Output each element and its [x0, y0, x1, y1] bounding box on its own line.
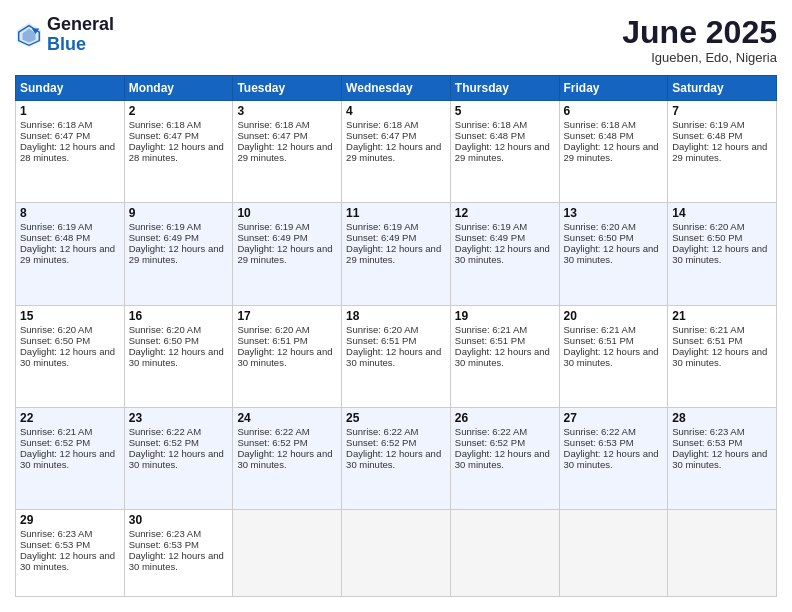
- sunrise-text: Sunrise: 6:20 AM: [129, 324, 229, 335]
- calendar-cell: 1Sunrise: 6:18 AMSunset: 6:47 PMDaylight…: [16, 101, 125, 203]
- col-tuesday: Tuesday: [233, 76, 342, 101]
- sunset-text: Sunset: 6:48 PM: [672, 130, 772, 141]
- calendar-cell: 10Sunrise: 6:19 AMSunset: 6:49 PMDayligh…: [233, 203, 342, 305]
- day-number: 8: [20, 206, 120, 220]
- sunrise-text: Sunrise: 6:22 AM: [129, 426, 229, 437]
- sunset-text: Sunset: 6:53 PM: [129, 539, 229, 550]
- day-number: 3: [237, 104, 337, 118]
- calendar-cell: [450, 509, 559, 596]
- day-number: 15: [20, 309, 120, 323]
- daylight-text: Daylight: 12 hours and 30 minutes.: [237, 346, 337, 368]
- sunset-text: Sunset: 6:49 PM: [455, 232, 555, 243]
- daylight-text: Daylight: 12 hours and 30 minutes.: [672, 243, 772, 265]
- sunset-text: Sunset: 6:52 PM: [237, 437, 337, 448]
- calendar-cell: 23Sunrise: 6:22 AMSunset: 6:52 PMDayligh…: [124, 407, 233, 509]
- day-number: 16: [129, 309, 229, 323]
- logo: General Blue: [15, 15, 114, 55]
- calendar-header-row: Sunday Monday Tuesday Wednesday Thursday…: [16, 76, 777, 101]
- sunset-text: Sunset: 6:49 PM: [129, 232, 229, 243]
- sunset-text: Sunset: 6:52 PM: [20, 437, 120, 448]
- calendar-cell: 13Sunrise: 6:20 AMSunset: 6:50 PMDayligh…: [559, 203, 668, 305]
- calendar-row: 29Sunrise: 6:23 AMSunset: 6:53 PMDayligh…: [16, 509, 777, 596]
- location: Igueben, Edo, Nigeria: [622, 50, 777, 65]
- calendar-cell: 30Sunrise: 6:23 AMSunset: 6:53 PMDayligh…: [124, 509, 233, 596]
- sunset-text: Sunset: 6:48 PM: [455, 130, 555, 141]
- daylight-text: Daylight: 12 hours and 30 minutes.: [20, 448, 120, 470]
- sunset-text: Sunset: 6:47 PM: [237, 130, 337, 141]
- daylight-text: Daylight: 12 hours and 30 minutes.: [346, 448, 446, 470]
- daylight-text: Daylight: 12 hours and 30 minutes.: [564, 243, 664, 265]
- logo-text: General Blue: [47, 15, 114, 55]
- sunset-text: Sunset: 6:47 PM: [20, 130, 120, 141]
- day-number: 26: [455, 411, 555, 425]
- calendar-cell: [342, 509, 451, 596]
- calendar-cell: 6Sunrise: 6:18 AMSunset: 6:48 PMDaylight…: [559, 101, 668, 203]
- calendar-cell: 16Sunrise: 6:20 AMSunset: 6:50 PMDayligh…: [124, 305, 233, 407]
- sunrise-text: Sunrise: 6:18 AM: [564, 119, 664, 130]
- day-number: 5: [455, 104, 555, 118]
- day-number: 17: [237, 309, 337, 323]
- day-number: 21: [672, 309, 772, 323]
- day-number: 29: [20, 513, 120, 527]
- calendar-cell: 25Sunrise: 6:22 AMSunset: 6:52 PMDayligh…: [342, 407, 451, 509]
- sunrise-text: Sunrise: 6:20 AM: [20, 324, 120, 335]
- daylight-text: Daylight: 12 hours and 29 minutes.: [237, 141, 337, 163]
- calendar-row: 15Sunrise: 6:20 AMSunset: 6:50 PMDayligh…: [16, 305, 777, 407]
- sunrise-text: Sunrise: 6:19 AM: [20, 221, 120, 232]
- calendar-cell: 24Sunrise: 6:22 AMSunset: 6:52 PMDayligh…: [233, 407, 342, 509]
- calendar-cell: 19Sunrise: 6:21 AMSunset: 6:51 PMDayligh…: [450, 305, 559, 407]
- day-number: 28: [672, 411, 772, 425]
- sunset-text: Sunset: 6:52 PM: [346, 437, 446, 448]
- daylight-text: Daylight: 12 hours and 29 minutes.: [455, 141, 555, 163]
- daylight-text: Daylight: 12 hours and 30 minutes.: [455, 243, 555, 265]
- calendar-cell: 12Sunrise: 6:19 AMSunset: 6:49 PMDayligh…: [450, 203, 559, 305]
- calendar-row: 22Sunrise: 6:21 AMSunset: 6:52 PMDayligh…: [16, 407, 777, 509]
- daylight-text: Daylight: 12 hours and 29 minutes.: [346, 243, 446, 265]
- calendar-cell: 2Sunrise: 6:18 AMSunset: 6:47 PMDaylight…: [124, 101, 233, 203]
- daylight-text: Daylight: 12 hours and 29 minutes.: [564, 141, 664, 163]
- logo-icon: [15, 21, 43, 49]
- calendar-cell: 3Sunrise: 6:18 AMSunset: 6:47 PMDaylight…: [233, 101, 342, 203]
- sunrise-text: Sunrise: 6:19 AM: [455, 221, 555, 232]
- sunrise-text: Sunrise: 6:19 AM: [237, 221, 337, 232]
- daylight-text: Daylight: 12 hours and 30 minutes.: [672, 448, 772, 470]
- col-sunday: Sunday: [16, 76, 125, 101]
- sunrise-text: Sunrise: 6:21 AM: [455, 324, 555, 335]
- daylight-text: Daylight: 12 hours and 30 minutes.: [564, 448, 664, 470]
- month-title: June 2025: [622, 15, 777, 50]
- sunrise-text: Sunrise: 6:20 AM: [672, 221, 772, 232]
- calendar-cell: 14Sunrise: 6:20 AMSunset: 6:50 PMDayligh…: [668, 203, 777, 305]
- daylight-text: Daylight: 12 hours and 30 minutes.: [20, 550, 120, 572]
- day-number: 13: [564, 206, 664, 220]
- calendar-cell: 28Sunrise: 6:23 AMSunset: 6:53 PMDayligh…: [668, 407, 777, 509]
- sunset-text: Sunset: 6:50 PM: [564, 232, 664, 243]
- calendar-cell: 15Sunrise: 6:20 AMSunset: 6:50 PMDayligh…: [16, 305, 125, 407]
- sunset-text: Sunset: 6:53 PM: [20, 539, 120, 550]
- sunrise-text: Sunrise: 6:22 AM: [455, 426, 555, 437]
- daylight-text: Daylight: 12 hours and 29 minutes.: [20, 243, 120, 265]
- calendar-cell: 7Sunrise: 6:19 AMSunset: 6:48 PMDaylight…: [668, 101, 777, 203]
- sunrise-text: Sunrise: 6:21 AM: [20, 426, 120, 437]
- sunrise-text: Sunrise: 6:22 AM: [564, 426, 664, 437]
- calendar-cell: 11Sunrise: 6:19 AMSunset: 6:49 PMDayligh…: [342, 203, 451, 305]
- calendar-cell: 22Sunrise: 6:21 AMSunset: 6:52 PMDayligh…: [16, 407, 125, 509]
- calendar-cell: 26Sunrise: 6:22 AMSunset: 6:52 PMDayligh…: [450, 407, 559, 509]
- sunset-text: Sunset: 6:51 PM: [237, 335, 337, 346]
- daylight-text: Daylight: 12 hours and 29 minutes.: [129, 243, 229, 265]
- calendar-cell: 9Sunrise: 6:19 AMSunset: 6:49 PMDaylight…: [124, 203, 233, 305]
- sunrise-text: Sunrise: 6:23 AM: [129, 528, 229, 539]
- sunrise-text: Sunrise: 6:19 AM: [672, 119, 772, 130]
- day-number: 9: [129, 206, 229, 220]
- calendar-cell: 4Sunrise: 6:18 AMSunset: 6:47 PMDaylight…: [342, 101, 451, 203]
- sunrise-text: Sunrise: 6:21 AM: [564, 324, 664, 335]
- day-number: 1: [20, 104, 120, 118]
- col-wednesday: Wednesday: [342, 76, 451, 101]
- sunrise-text: Sunrise: 6:21 AM: [672, 324, 772, 335]
- daylight-text: Daylight: 12 hours and 30 minutes.: [129, 448, 229, 470]
- calendar-cell: 20Sunrise: 6:21 AMSunset: 6:51 PMDayligh…: [559, 305, 668, 407]
- sunrise-text: Sunrise: 6:18 AM: [20, 119, 120, 130]
- day-number: 4: [346, 104, 446, 118]
- col-friday: Friday: [559, 76, 668, 101]
- daylight-text: Daylight: 12 hours and 30 minutes.: [455, 448, 555, 470]
- day-number: 20: [564, 309, 664, 323]
